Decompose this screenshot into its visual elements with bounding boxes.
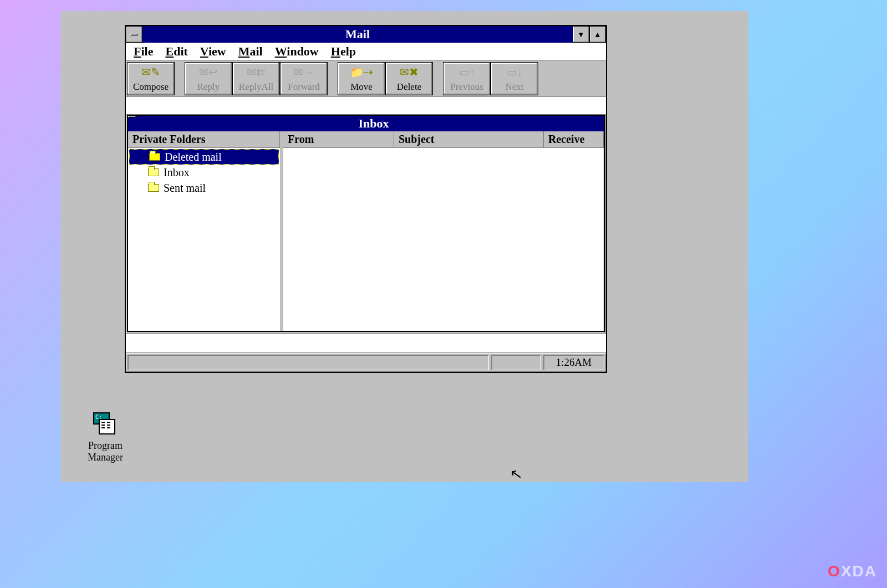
- inbox-system-menu[interactable]: [128, 116, 144, 131]
- status-main: [128, 355, 489, 370]
- next-icon: ▭↓: [507, 63, 523, 81]
- menu-window[interactable]: Window: [275, 44, 319, 59]
- previous-icon: ▭↑: [459, 63, 475, 81]
- folders-pane: Private Folders Deleted mail Inbox: [128, 131, 283, 331]
- delete-icon: ✉✖: [400, 63, 419, 81]
- menu-help[interactable]: Help: [331, 44, 356, 59]
- compose-icon: ✉✎: [141, 63, 160, 81]
- previous-button[interactable]: ▭↑ Previous: [443, 62, 491, 95]
- next-label: Next: [505, 81, 523, 93]
- move-icon: 📁⇢: [350, 63, 373, 81]
- inbox-window: Inbox Private Folders Deleted mail: [127, 115, 605, 332]
- column-subject[interactable]: Subject: [394, 131, 544, 147]
- maximize-button[interactable]: ▲: [589, 26, 606, 43]
- column-from[interactable]: From: [283, 131, 394, 147]
- menu-file[interactable]: File: [134, 44, 153, 59]
- folder-deleted-mail[interactable]: Deleted mail: [129, 149, 279, 165]
- mail-window: Mail ▼ ▲ File Edit View Mail Window Help…: [125, 25, 607, 373]
- message-list[interactable]: [283, 148, 604, 331]
- menu-view[interactable]: View: [200, 44, 226, 59]
- menu-edit[interactable]: Edit: [165, 44, 187, 59]
- inbox-titlebar: Inbox: [128, 116, 604, 131]
- folder-icon: [149, 153, 160, 161]
- folder-label: Inbox: [164, 166, 190, 179]
- folder-label: Sent mail: [164, 182, 206, 195]
- program-manager-glyph: [93, 412, 118, 437]
- menu-mail[interactable]: Mail: [238, 44, 263, 59]
- folder-label: Deleted mail: [165, 151, 222, 163]
- move-button[interactable]: 📁⇢ Move: [338, 62, 385, 95]
- menubar: File Edit View Mail Window Help: [126, 43, 606, 61]
- status-mid: [491, 355, 541, 370]
- toolbar-spacer: [126, 97, 606, 115]
- folder-icon: [148, 168, 159, 176]
- delete-label: Delete: [397, 81, 421, 93]
- folder-tree: Deleted mail Inbox Sent mail: [128, 148, 280, 331]
- replyall-icon: ✉⇇: [247, 63, 266, 81]
- status-bar: 1:26AM: [126, 353, 606, 372]
- desktop-background: Mail ▼ ▲ File Edit View Mail Window Help…: [61, 11, 748, 482]
- previous-label: Previous: [450, 81, 483, 93]
- bottom-spacer: [126, 333, 606, 353]
- column-received[interactable]: Receive: [544, 131, 604, 147]
- status-time: 1:26AM: [543, 355, 604, 370]
- forward-button[interactable]: ✉→ Forward: [280, 62, 328, 95]
- program-manager-label: Program Manager: [80, 440, 130, 463]
- folder-inbox[interactable]: Inbox: [128, 165, 280, 180]
- folders-header: Private Folders: [128, 131, 280, 147]
- move-label: Move: [350, 81, 373, 93]
- minimize-button[interactable]: ▼: [573, 26, 589, 43]
- cursor-icon: ↖: [508, 464, 523, 483]
- system-menu-button[interactable]: [126, 26, 142, 43]
- reply-button[interactable]: ✉↩ Reply: [185, 62, 232, 95]
- forward-icon: ✉→: [294, 63, 314, 81]
- replyall-label: ReplyAll: [239, 81, 273, 93]
- compose-label: Compose: [133, 81, 169, 93]
- replyall-button[interactable]: ✉⇇ ReplyAll: [232, 62, 280, 95]
- next-button[interactable]: ▭↓ Next: [491, 62, 538, 95]
- reply-icon: ✉↩: [199, 63, 218, 81]
- messages-pane: From Subject Receive: [283, 131, 604, 331]
- folder-icon: [148, 184, 159, 192]
- window-title: Mail: [142, 26, 573, 43]
- toolbar: ✉✎ Compose ✉↩ Reply ✉⇇ ReplyAll ✉→ Forwa…: [126, 61, 606, 97]
- inbox-title: Inbox: [144, 116, 604, 131]
- titlebar: Mail ▼ ▲: [126, 26, 606, 43]
- forward-label: Forward: [288, 81, 320, 93]
- folder-sent-mail[interactable]: Sent mail: [128, 180, 280, 196]
- program-manager-icon[interactable]: Program Manager: [80, 412, 130, 463]
- reply-label: Reply: [197, 81, 220, 93]
- watermark: OXDA: [828, 563, 877, 580]
- delete-button[interactable]: ✉✖ Delete: [385, 62, 433, 95]
- compose-button[interactable]: ✉✎ Compose: [127, 62, 175, 95]
